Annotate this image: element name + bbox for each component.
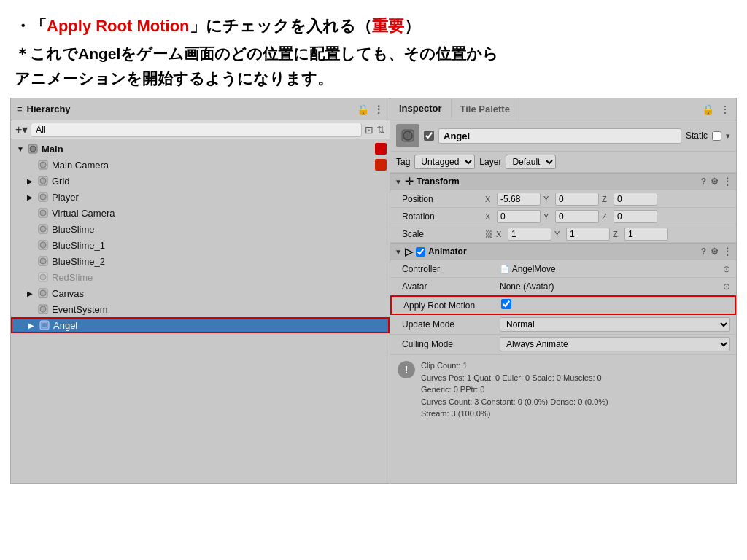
- tag-select[interactable]: Untagged: [414, 155, 475, 169]
- tree-item-angel[interactable]: ▶ Angel: [11, 317, 390, 333]
- animator-fold-arrow[interactable]: ▼: [395, 248, 402, 256]
- main-badge: [375, 143, 387, 155]
- rot-y-input[interactable]: [555, 210, 599, 223]
- tree-label-blueslime: BlueSlime: [52, 224, 95, 235]
- rot-z-input[interactable]: [614, 210, 657, 223]
- animator-icon: ▷: [405, 246, 413, 257]
- object-enabled-checkbox[interactable]: [424, 131, 434, 141]
- tab-inspector-label: Inspector: [399, 103, 442, 114]
- tree-item-main[interactable]: ▼ Main: [11, 141, 390, 157]
- instruction-line2: ＊これでAngelをゲーム画面のどの位置に配置しても、その位置から: [15, 42, 732, 66]
- info-curves-count: Curves Count: 3 Constant: 0 (0.0%) Dense…: [421, 396, 608, 408]
- tree-label-canvas: Canvas: [52, 288, 84, 299]
- scale-x-label: X: [496, 230, 505, 238]
- tree-label-angel: Angel: [53, 320, 77, 331]
- object-header: Static ▾: [390, 120, 736, 152]
- search-input[interactable]: [31, 122, 362, 137]
- transform-help-icon[interactable]: ?: [701, 176, 706, 187]
- add-button[interactable]: +▾: [15, 122, 28, 136]
- filter-icon[interactable]: ⊡: [365, 124, 374, 136]
- controller-target-icon[interactable]: ⊙: [723, 264, 730, 274]
- camera-badge-icon: [375, 159, 387, 171]
- tree-item-blueslime[interactable]: ▶ BlueSlime: [11, 221, 390, 237]
- blueslime-icon: [37, 223, 49, 235]
- svg-point-23: [42, 322, 47, 328]
- svg-point-7: [40, 194, 46, 200]
- hierarchy-menu-icon: ≡: [17, 104, 23, 114]
- tag-label: Tag: [396, 157, 410, 167]
- tree-item-main-camera[interactable]: ▶ Main Camera: [11, 157, 390, 173]
- culling-mode-select[interactable]: Always Animate: [500, 337, 730, 351]
- hierarchy-header-icons: 🔒 ⋮: [357, 104, 384, 115]
- tree-label-virtual-camera: Virtual Camera: [52, 208, 115, 219]
- animator-help-icon[interactable]: ?: [701, 246, 706, 257]
- update-mode-row: Update Mode Normal: [390, 315, 736, 335]
- transform-fold-arrow[interactable]: ▼: [395, 178, 402, 186]
- animator-more-icon[interactable]: ⋮: [723, 246, 732, 257]
- transform-title: Transform: [417, 176, 698, 187]
- more-icon[interactable]: ⋮: [374, 104, 384, 115]
- tab-inspector[interactable]: Inspector: [390, 98, 452, 120]
- rotation-fields: X Y Z: [485, 210, 730, 223]
- grid-icon: [37, 175, 49, 187]
- culling-mode-row: Culling Mode Always Animate: [390, 335, 736, 354]
- avatar-target-icon[interactable]: ⊙: [723, 281, 730, 292]
- pos-z-input[interactable]: [614, 192, 657, 206]
- tree-item-canvas[interactable]: ▶ Canvas: [11, 285, 390, 301]
- update-mode-select[interactable]: Normal: [500, 317, 730, 332]
- line1-prefix: ・「: [15, 17, 47, 35]
- transform-more-icon[interactable]: ⋮: [723, 176, 732, 187]
- tree-label-main-camera: Main Camera: [52, 160, 109, 171]
- static-dropdown-arrow[interactable]: ▾: [726, 131, 730, 141]
- rot-x-input[interactable]: [497, 210, 541, 223]
- scale-z-label: Z: [613, 230, 622, 238]
- tree-label-main: Main: [42, 144, 63, 155]
- pos-y-input[interactable]: [555, 192, 599, 206]
- sort-icon[interactable]: ⇅: [376, 124, 385, 136]
- tree-item-grid[interactable]: ▶ Grid: [11, 173, 390, 189]
- tree-label-blueslime-2: BlueSlime_2: [52, 256, 105, 267]
- ui-container: ≡ Hierarchy 🔒 ⋮ +▾ ⊡ ⇅ ▼ Main: [10, 98, 737, 484]
- hierarchy-header: ≡ Hierarchy 🔒 ⋮: [11, 98, 390, 120]
- animator-enabled-checkbox[interactable]: [416, 247, 425, 257]
- scale-y-input[interactable]: [566, 228, 610, 241]
- arrow-grid: ▶: [27, 177, 37, 185]
- animator-settings-icon[interactable]: ⚙: [711, 246, 719, 257]
- tree-label-grid: Grid: [52, 176, 70, 187]
- arrow-canvas: ▶: [27, 289, 37, 298]
- animator-title: Animator: [428, 246, 698, 257]
- tree-item-blueslime-2[interactable]: ▶ BlueSlime_2: [11, 253, 390, 269]
- tree-item-player[interactable]: ▶ Player: [11, 189, 390, 205]
- blueslime-1-icon: [37, 239, 49, 251]
- layer-select[interactable]: Default: [506, 155, 556, 169]
- pos-x-label: X: [485, 195, 494, 203]
- red-badge: [375, 143, 387, 155]
- event-system-icon: [37, 303, 49, 315]
- controller-name: AngelMove: [512, 264, 556, 274]
- transform-settings-icon[interactable]: ⚙: [711, 176, 719, 187]
- pos-x-input[interactable]: [497, 192, 541, 206]
- object-name-input[interactable]: [438, 128, 681, 144]
- search-right-icons: ⊡ ⇅: [365, 124, 385, 136]
- tree-item-virtual-camera[interactable]: ▶ Virtual Camera: [11, 205, 390, 221]
- lock-inspector-icon[interactable]: 🔒: [702, 104, 714, 115]
- static-checkbox[interactable]: [712, 131, 721, 141]
- info-stream: Stream: 3 (100.0%): [421, 408, 608, 420]
- apply-root-motion-value: [501, 299, 729, 311]
- apply-root-motion-row: Apply Root Motion: [390, 295, 736, 315]
- blueslime-2-icon: [37, 255, 49, 267]
- avatar-label: Avatar: [402, 281, 497, 292]
- more-inspector-icon[interactable]: ⋮: [720, 104, 730, 115]
- tree-item-event-system[interactable]: ▶ EventSystem: [11, 301, 390, 317]
- position-label: Position: [402, 194, 482, 204]
- avatar-value: None (Avatar): [500, 281, 720, 292]
- rotation-row: Rotation X Y Z: [390, 208, 736, 225]
- lock-icon[interactable]: 🔒: [357, 104, 369, 115]
- apply-root-motion-checkbox[interactable]: [501, 299, 511, 309]
- scale-z-input[interactable]: [624, 228, 668, 241]
- scale-x-input[interactable]: [508, 228, 551, 241]
- rot-x-label: X: [485, 212, 494, 221]
- tree-item-blueslime-1[interactable]: ▶ BlueSlime_1: [11, 237, 390, 253]
- tree-item-redslime[interactable]: ▶ RedSlime: [11, 269, 390, 285]
- tab-tile-palette[interactable]: Tile Palette: [452, 98, 519, 120]
